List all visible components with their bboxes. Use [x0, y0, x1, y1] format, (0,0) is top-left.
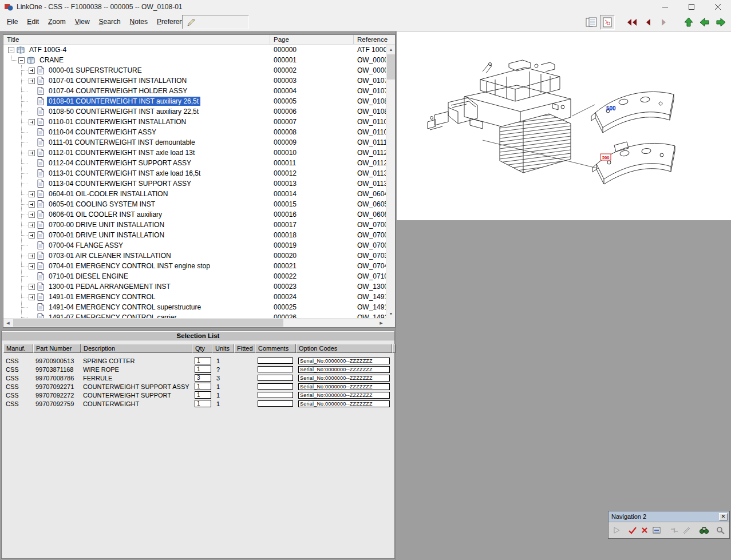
qty-input[interactable]: 3	[195, 374, 211, 382]
option-codes-input[interactable]: Serial_No:0000000--ZZZZZZZ	[298, 358, 390, 364]
nav-edit-button[interactable]	[680, 523, 692, 537]
go-back-icon[interactable]	[697, 15, 712, 30]
qty-input[interactable]: 1	[195, 366, 211, 373]
close-button[interactable]	[705, 0, 731, 13]
graphics-page-icon[interactable]	[600, 15, 615, 30]
tree-row[interactable]: 0604-01 OIL-COOLER INSTALLATION000014OW_…	[3, 189, 386, 199]
scroll-left-icon[interactable]: ◀	[3, 319, 13, 328]
option-codes-input[interactable]: Serial_No:0000000--ZZZZZZZ	[298, 392, 390, 399]
scroll-right-icon[interactable]: ▶	[377, 319, 386, 328]
expand-plus-icon[interactable]	[29, 222, 35, 228]
nav-play-button[interactable]	[611, 523, 623, 537]
collapse-minus-icon[interactable]	[18, 57, 25, 63]
tree-row[interactable]: CRANE000001OW_0000-	[3, 55, 386, 65]
tree-row[interactable]: 1491-04 EMERGENCY CONTROL superstructure…	[3, 302, 386, 312]
comments-input[interactable]	[258, 383, 293, 390]
tree-row[interactable]: 0112-01 COUNTERWEIGHT INST axle load 13t…	[3, 148, 386, 158]
tree-row[interactable]: 1491-07 EMERGENCY CONTROL carrier000026O…	[3, 312, 386, 318]
comments-input[interactable]	[258, 375, 293, 381]
expand-plus-icon[interactable]	[29, 294, 35, 300]
expand-plus-icon[interactable]	[29, 284, 35, 290]
menu-item-zoom[interactable]: Zoom	[44, 15, 70, 28]
page-thumbnails-icon[interactable]	[584, 15, 599, 30]
tree-row[interactable]: 0112-04 COUNTERWEIGHT SUPPORT ASSY000011…	[3, 158, 386, 168]
navigation-2-close-icon[interactable]: ✕	[719, 513, 728, 521]
comments-input[interactable]	[258, 366, 293, 372]
minimize-button[interactable]	[652, 0, 678, 13]
tree-row[interactable]: 0110-04 COUNTERWEIGHT ASSY000008OW_0110-	[3, 127, 386, 137]
selection-list-row[interactable]: CSS99703871168WIRE ROPE1?Serial_No:00000…	[3, 365, 393, 374]
qty-input[interactable]: 1	[195, 383, 211, 390]
expand-plus-icon[interactable]	[29, 263, 35, 269]
expand-plus-icon[interactable]	[29, 253, 35, 259]
menu-item-file[interactable]: File	[2, 15, 22, 28]
menu-item-notes[interactable]: Notes	[125, 15, 152, 28]
tree-row[interactable]: 0710-01 DIESEL ENGINE000022OW_0710-	[3, 271, 386, 281]
column-header-description[interactable]: Description	[81, 344, 192, 353]
vertical-scroll-thumb[interactable]	[387, 54, 395, 80]
tree-row[interactable]: 0700-00 DRIVE UNIT INSTALLATION000017OW_…	[3, 220, 386, 230]
tree-vertical-scrollbar[interactable]: ▲ ▼	[386, 45, 395, 318]
expand-plus-icon[interactable]	[29, 67, 35, 74]
column-header-manuf[interactable]: Manuf.	[3, 344, 33, 353]
tree-row[interactable]: ATF 100G-4000000ATF 100G	[3, 45, 386, 55]
qty-input[interactable]: 1	[195, 391, 211, 399]
nav-zoom-button[interactable]	[714, 523, 726, 537]
tree-row[interactable]: 1491-01 EMERGENCY CONTROL000024OW_1491-	[3, 292, 386, 302]
selection-list-row[interactable]: CSS99707008786FERRULE33Serial_No:0000000…	[3, 374, 393, 382]
tree-row[interactable]: 0107-01 COUNTERWEIGHT INSTALLATION000003…	[3, 76, 386, 86]
hotspot-500[interactable]: 500	[600, 154, 611, 160]
column-header-units[interactable]: Units	[212, 344, 234, 353]
previous-page-icon[interactable]	[641, 15, 655, 30]
navigation-2-titlebar[interactable]: Navigation 2 ✕	[608, 511, 729, 522]
first-page-icon[interactable]	[625, 15, 639, 30]
pen-icon[interactable]	[187, 18, 197, 27]
expand-plus-icon[interactable]	[29, 150, 35, 156]
tree-row[interactable]: 0000-01 SUPERSTRUCTURE000002OW_0000-	[3, 65, 386, 76]
menu-item-view[interactable]: View	[70, 15, 94, 28]
scroll-down-icon[interactable]: ▼	[386, 309, 396, 318]
go-up-icon[interactable]	[681, 15, 696, 30]
expand-plus-icon[interactable]	[29, 232, 35, 239]
option-codes-input[interactable]: Serial_No:0000000--ZZZZZZZ	[298, 400, 390, 407]
menu-item-edit[interactable]: Edit	[22, 15, 44, 28]
nav-confirm-button[interactable]	[627, 523, 639, 537]
column-header-part-number[interactable]: Part Number	[33, 344, 81, 353]
selection-list-row[interactable]: CSS99707092272COUNTERWEIGHT SUPPORT11Ser…	[3, 391, 393, 399]
nav-find-button[interactable]	[698, 523, 710, 537]
nav-cancel-button[interactable]	[639, 523, 651, 537]
tree-row[interactable]: 0108-50 COUNTERWEIGHT INST auxiliary 22,…	[3, 106, 386, 117]
horizontal-scroll-thumb[interactable]	[13, 319, 283, 327]
column-header-comments[interactable]: Comments	[255, 344, 296, 353]
option-codes-input[interactable]: Serial_No:0000000--ZZZZZZZ	[298, 383, 390, 390]
column-header-option-codes[interactable]: Option Codes	[296, 344, 392, 353]
qty-input[interactable]: 1	[195, 357, 211, 364]
collapse-minus-icon[interactable]	[8, 47, 14, 53]
column-header-fitted[interactable]: Fitted	[234, 344, 255, 353]
menu-item-search[interactable]: Search	[94, 15, 125, 28]
comments-input[interactable]	[258, 392, 293, 398]
expand-plus-icon[interactable]	[29, 78, 35, 84]
next-page-icon[interactable]	[657, 15, 671, 30]
option-codes-input[interactable]: Serial_No:0000000--ZZZZZZZ	[298, 366, 390, 373]
tree-row[interactable]: 0703-01 AIR CLEANER INSTALLATION000020OW…	[3, 251, 386, 261]
tree-row[interactable]: 1300-01 PEDAL ARRANGEMENT INST000023OW_1…	[3, 281, 386, 292]
nav-selection-list-button[interactable]	[651, 523, 663, 537]
tree-row[interactable]: 0700-01 DRIVE UNIT INSTALLATION000018OW_…	[3, 230, 386, 240]
nav-swap-button[interactable]	[669, 523, 681, 537]
comments-input[interactable]	[258, 358, 293, 364]
selection-list-row[interactable]: CSS99700900513SPRING COTTER11Serial_No:0…	[3, 356, 393, 365]
expand-plus-icon[interactable]	[29, 191, 35, 197]
tree-row[interactable]: 0606-01 OIL COOLER INST auxiliary000016O…	[3, 209, 386, 220]
option-codes-input[interactable]: Serial_No:0000000--ZZZZZZZ	[298, 375, 390, 382]
tree-row[interactable]: 0605-01 COOLING SYSTEM INST000015OW_0605…	[3, 199, 386, 209]
tree-row[interactable]: 0704-01 EMERGENCY CONTROL INST engine st…	[3, 261, 386, 271]
tree-row[interactable]: 0110-01 COUNTERWEIGHT INSTALLATION000007…	[3, 117, 386, 127]
maximize-button[interactable]	[678, 0, 705, 13]
scroll-up-icon[interactable]: ▲	[386, 45, 396, 54]
tree-row[interactable]: 0108-01 COUNTERWEIGHT INST auxiliary 26,…	[3, 96, 386, 106]
selection-list-row[interactable]: CSS99707092271COUNTERWEIGHT SUPPORT ASSY…	[3, 382, 393, 391]
go-forward-icon[interactable]	[713, 15, 728, 30]
selection-list-row[interactable]: CSS99707092759COUNTERWEIGHT11Serial_No:0…	[3, 399, 393, 408]
comments-input[interactable]	[258, 400, 293, 407]
